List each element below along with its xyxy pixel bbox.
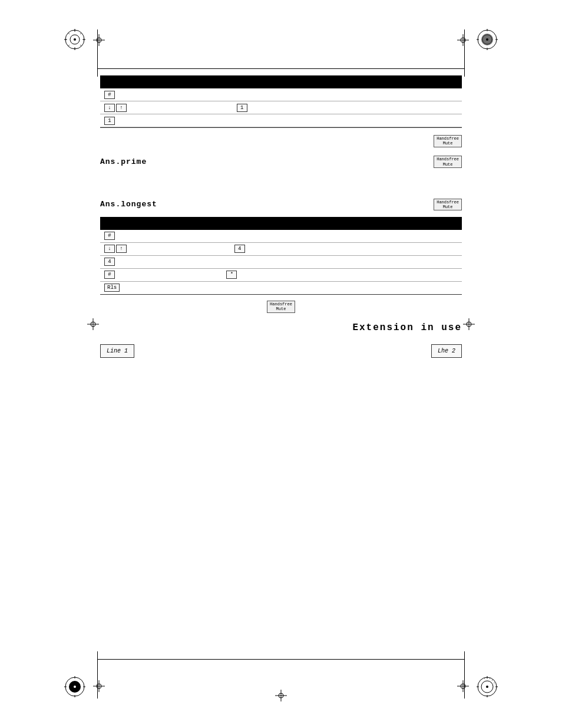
svg-line-56: [490, 678, 490, 679]
content-area: # ↓ ↑ 1 1 HandsfreeMute An: [100, 75, 462, 364]
key-1-a: 1: [237, 104, 247, 112]
key-star: *: [226, 271, 237, 279]
reg-mark-top-left-cross: [93, 34, 105, 48]
reg-mark-right-mid: [463, 318, 475, 332]
ans-prime-row: Ans.prime HandsfreeMute: [100, 156, 462, 169]
section1-desc-block: HandsfreeMute Ans.prime HandsfreeMute An…: [100, 129, 462, 215]
section1-row1: #: [100, 88, 462, 101]
reg-mark-top-right-cross: [457, 34, 469, 48]
svg-line-59: [484, 678, 485, 679]
key-hash-1: #: [104, 91, 115, 99]
border-left-top: [97, 29, 98, 77]
svg-line-12: [68, 45, 70, 46]
key-up-1: ↑: [116, 104, 127, 112]
svg-line-57: [492, 680, 493, 681]
handsfree-btn-4[interactable]: HandsfreeMute: [267, 301, 295, 313]
section1-ans-prime-right: HandsfreeMute: [281, 135, 462, 150]
line1-button[interactable]: Line 1: [100, 344, 134, 358]
ext-in-use-row: Extension in use: [100, 320, 462, 336]
section2-header: [100, 217, 462, 230]
svg-point-37: [74, 686, 76, 688]
svg-line-58: [494, 683, 495, 683]
key-down-1: ↓: [104, 104, 115, 112]
handsfree-btn-3[interactable]: HandsfreeMute: [434, 199, 462, 211]
ans-longest-row: Ans.longest HandsfreeMute: [100, 198, 462, 211]
ans-prime-label: Ans.prime: [100, 156, 147, 169]
svg-line-10: [80, 45, 81, 46]
ext-in-use-label: Extension in use: [352, 320, 462, 336]
reg-mark-bottom-right-cross: [457, 680, 469, 694]
svg-point-21: [486, 38, 488, 41]
border-top: [97, 68, 465, 69]
reg-mark-bottom-left-circle: [64, 676, 86, 700]
svg-point-2: [74, 38, 76, 41]
reg-mark-bottom-center: [275, 690, 287, 703]
line2-button[interactable]: Lhe 2: [431, 344, 462, 358]
ans-longest-label: Ans.longest: [100, 198, 157, 211]
key-4-b: 4: [104, 258, 115, 266]
section1-middle-text: [100, 178, 462, 189]
svg-line-8: [80, 33, 81, 34]
section2-row5: Rls: [100, 282, 462, 295]
section2-top-row: HandsfreeMute: [100, 301, 462, 313]
border-right-bottom: [464, 651, 465, 699]
reg-mark-top-right-circle: [476, 28, 498, 52]
section2-desc-block: HandsfreeMute Extension in use Line 1 Lh…: [100, 295, 462, 364]
key-hash-2: #: [104, 232, 115, 240]
section1-header: [100, 75, 462, 88]
key-rls: Rls: [104, 284, 120, 292]
svg-point-50: [486, 686, 488, 688]
section1-ans-prime-block: HandsfreeMute: [100, 135, 462, 150]
key-up-2: ↑: [116, 245, 127, 253]
reg-mark-bottom-right-circle: [476, 676, 498, 700]
handsfree-btn-2[interactable]: HandsfreeMute: [434, 156, 462, 168]
key-hash-3: #: [104, 271, 115, 279]
key-1-b: 1: [104, 117, 115, 125]
section2-row2: ↓ ↑ 4: [100, 243, 462, 256]
section2-row4: # *: [100, 269, 462, 282]
key-down-2: ↓: [104, 245, 115, 253]
reg-mark-left-mid: [87, 318, 99, 332]
reg-mark-top-left-circle: [64, 28, 86, 52]
border-left-bottom: [97, 651, 98, 699]
section1-sep: [100, 127, 462, 128]
key-4-a: 4: [234, 245, 245, 253]
handsfree-btn-1[interactable]: HandsfreeMute: [434, 135, 462, 147]
svg-line-14: [68, 33, 70, 34]
reg-mark-bottom-left-cross: [93, 680, 105, 694]
section2-row3: 4: [100, 256, 462, 269]
border-right-top: [464, 29, 465, 77]
section2-top-center: HandsfreeMute: [221, 301, 342, 313]
section1-row3: 1: [100, 114, 462, 127]
line-buttons-row: Line 1 Lhe 2: [100, 344, 462, 358]
section2-row1: #: [100, 230, 462, 243]
border-bottom: [97, 659, 465, 660]
section1-row2: ↓ ↑ 1: [100, 101, 462, 114]
